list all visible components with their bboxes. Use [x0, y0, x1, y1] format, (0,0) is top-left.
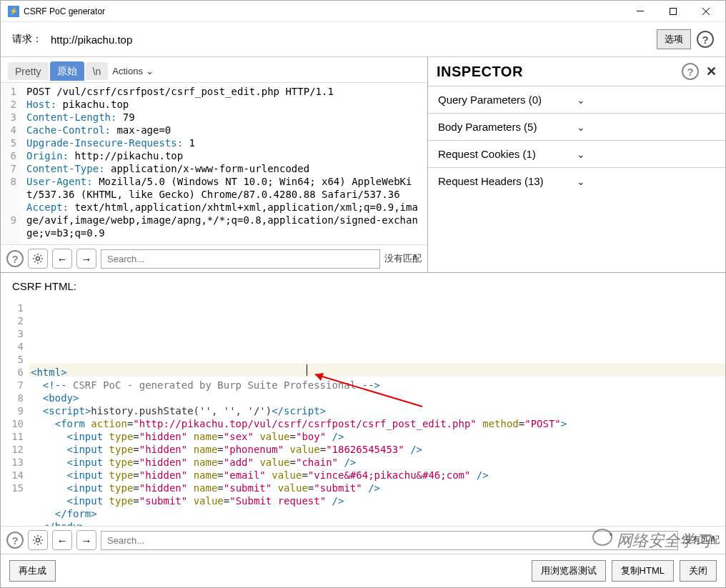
request-footer: ? ← → 没有匹配	[1, 244, 427, 272]
svg-line-21	[41, 543, 42, 544]
request-url: http://pikachu.top	[51, 34, 657, 46]
tab-raw[interactable]: 原始	[50, 61, 84, 81]
titlebar: ⚡ CSRF PoC generator	[1, 1, 725, 22]
chevron-down-icon: ⌄	[577, 176, 715, 187]
next-match-button[interactable]: →	[76, 530, 96, 550]
svg-rect-1	[670, 8, 677, 14]
request-panel: Pretty 原始 \n Actions ⌄ 123456789 POST /v…	[1, 57, 428, 272]
editor-tabbar: Pretty 原始 \n Actions ⌄	[1, 57, 427, 82]
csrf-html-label: CSRF HTML:	[1, 273, 725, 299]
search-input[interactable]	[101, 531, 678, 550]
app-icon: ⚡	[8, 6, 19, 17]
svg-line-22	[34, 543, 36, 544]
inspector-title: INSPECTOR	[437, 64, 682, 80]
csrf-html-editor[interactable]: 123456789101112131415 <html> <!-- CSRF P…	[1, 299, 725, 526]
no-match-label: 没有匹配	[384, 252, 422, 265]
inspector-section[interactable]: Body Parameters (5)⌄	[428, 113, 725, 140]
request-label: 请求：	[12, 33, 42, 46]
help-icon[interactable]: ?	[6, 250, 24, 267]
line-gutter: 123456789101112131415	[1, 299, 29, 526]
search-input[interactable]	[101, 249, 380, 269]
svg-point-15	[36, 539, 40, 542]
dialog-footer: 再生成 用浏览器测试 复制HTML 关闭 网络安全学习	[1, 554, 725, 587]
chevron-down-icon: ⌄	[577, 149, 715, 160]
svg-line-9	[34, 255, 36, 256]
tab-newline[interactable]: \n	[86, 62, 109, 80]
gear-icon[interactable]	[28, 530, 48, 550]
inspector-panel: INSPECTOR ? ✕ Query Parameters (0)⌄Body …	[428, 57, 725, 272]
svg-point-4	[36, 257, 40, 261]
gear-icon[interactable]	[28, 249, 48, 269]
previous-match-button[interactable]: ←	[52, 249, 72, 269]
svg-line-11	[34, 261, 36, 263]
svg-line-23	[41, 537, 42, 538]
raw-request-editor[interactable]: 123456789 POST /vul/csrf/csrfpost/csrf_p…	[1, 82, 427, 244]
test-in-browser-button[interactable]: 用浏览器测试	[532, 560, 606, 582]
actions-label: Actions	[112, 66, 143, 76]
regenerate-button[interactable]: 再生成	[9, 560, 56, 582]
options-button[interactable]: 选项	[657, 29, 691, 49]
chevron-down-icon: ⌄	[577, 94, 715, 106]
close-button[interactable]	[690, 1, 722, 21]
svg-rect-0	[637, 11, 644, 11]
previous-match-button[interactable]: ←	[52, 530, 72, 550]
svg-line-12	[41, 255, 42, 256]
no-match-label: 没有匹配	[682, 534, 720, 547]
tab-pretty[interactable]: Pretty	[8, 62, 49, 80]
close-icon[interactable]: ✕	[706, 64, 717, 79]
help-icon[interactable]: ?	[6, 532, 24, 549]
chevron-down-icon: ⌄	[577, 121, 715, 133]
inspector-section[interactable]: Request Headers (13)⌄	[428, 167, 725, 194]
text-cursor	[307, 364, 307, 376]
svg-line-20	[34, 537, 36, 538]
window-title: CSRF PoC generator	[24, 6, 624, 16]
maximize-button[interactable]	[657, 1, 690, 21]
help-icon[interactable]: ?	[682, 63, 699, 80]
inspector-section[interactable]: Query Parameters (0)⌄	[428, 86, 725, 113]
line-gutter: 123456789	[1, 83, 21, 244]
inspector-section[interactable]: Request Cookies (1)⌄	[428, 140, 725, 167]
copy-html-button[interactable]: 复制HTML	[612, 560, 674, 582]
actions-dropdown[interactable]: Actions ⌄	[112, 66, 154, 76]
next-match-button[interactable]: →	[76, 249, 96, 269]
html-footer: ? ← → 没有匹配	[1, 526, 725, 554]
close-button[interactable]: 关闭	[680, 560, 717, 582]
help-icon[interactable]: ?	[697, 31, 714, 48]
minimize-button[interactable]	[624, 1, 657, 21]
svg-line-10	[41, 261, 42, 263]
request-bar: 请求： http://pikachu.top 选项 ?	[1, 22, 725, 56]
chevron-down-icon: ⌄	[146, 66, 154, 76]
